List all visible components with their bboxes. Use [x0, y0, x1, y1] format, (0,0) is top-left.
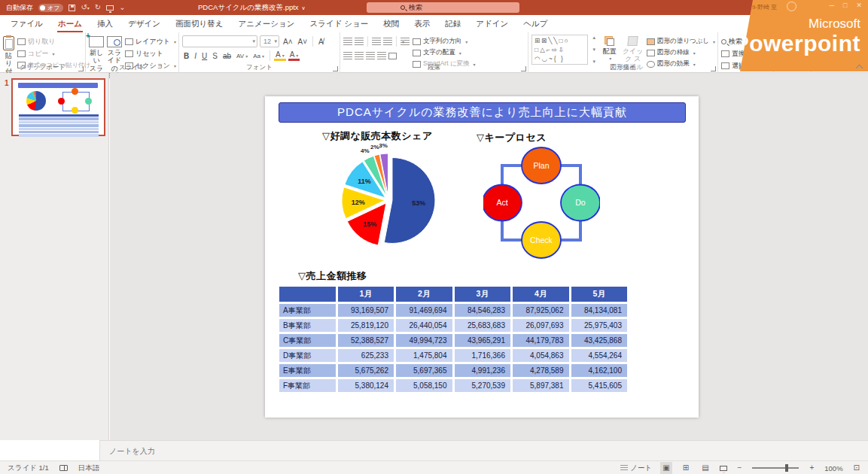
- align-text-button[interactable]: 文字の配置: [413, 48, 476, 57]
- arrange-button[interactable]: 配置: [600, 35, 619, 62]
- pdca-diagram[interactable]: PlanDoCheckAct: [483, 144, 600, 264]
- zoom-slider-thumb[interactable]: [785, 464, 788, 472]
- layout-button[interactable]: レイアウト: [125, 37, 176, 47]
- reset-button[interactable]: リセット: [125, 49, 176, 59]
- pie-label: 11%: [358, 178, 371, 185]
- table-value-cell: 49,994,723: [396, 334, 452, 347]
- align-left-icon[interactable]: [343, 52, 352, 59]
- bullets-icon[interactable]: [343, 38, 352, 45]
- ribbon-tab[interactable]: 記録: [437, 15, 468, 32]
- decrease-indent-icon[interactable]: [372, 38, 381, 45]
- font-dialog-launcher[interactable]: [333, 66, 338, 71]
- start-slideshow-icon[interactable]: [106, 5, 114, 11]
- ribbon-tab[interactable]: アニメーション: [230, 15, 302, 32]
- notes-toggle-button[interactable]: ノート: [620, 463, 652, 473]
- pie-label: 3%: [379, 142, 388, 149]
- ribbon-tab[interactable]: 校閲: [376, 15, 407, 32]
- shape-fill-button[interactable]: 図形の塗りつぶし: [647, 37, 715, 46]
- language-indicator[interactable]: 日本語: [78, 463, 100, 473]
- ribbon-tab[interactable]: 表示: [407, 15, 437, 32]
- italic-button[interactable]: I: [193, 52, 198, 60]
- paragraph-dialog-launcher[interactable]: [521, 66, 526, 71]
- table-header-cell: 4月: [513, 287, 569, 302]
- table-value-cell: 4,162,100: [571, 364, 628, 377]
- font-name-select[interactable]: [182, 35, 257, 47]
- increase-indent-icon[interactable]: [383, 38, 392, 45]
- process-heading[interactable]: ▽キープロセス: [477, 131, 547, 144]
- redo-icon[interactable]: ↻: [95, 0, 101, 15]
- avatar[interactable]: [787, 2, 796, 11]
- zoom-level[interactable]: 100%: [824, 464, 842, 472]
- ribbon-tab[interactable]: ホーム: [50, 15, 90, 32]
- shape-outline-button[interactable]: 図形の枠線: [647, 48, 715, 57]
- pie-label: 4%: [361, 147, 370, 154]
- decrease-font-icon[interactable]: A˅: [297, 38, 309, 46]
- customize-qat-icon[interactable]: ⌄: [119, 0, 125, 15]
- change-case-button[interactable]: Aa: [251, 53, 266, 59]
- align-center-icon[interactable]: [355, 52, 364, 59]
- fit-slide-icon[interactable]: ⊡: [851, 462, 862, 474]
- shapes-gallery[interactable]: ⊞⊠╲╲□○ □△⌐⇨⇩ ◠◡~{ }: [531, 35, 588, 65]
- document-title[interactable]: PDCAサイクルの業務改善.pptx∨: [198, 0, 306, 16]
- highlight-color-button[interactable]: A: [274, 50, 286, 61]
- table-value-cell: 4,054,863: [513, 349, 569, 362]
- ribbon-tab[interactable]: アドイン: [468, 15, 516, 32]
- close-icon[interactable]: ✕: [856, 2, 862, 9]
- notes-icon: [620, 465, 628, 471]
- ribbon-tab[interactable]: 挿入: [90, 15, 120, 32]
- ribbon-tab[interactable]: 画面切り替え: [168, 15, 231, 32]
- text-direction-button[interactable]: 文字列の方向: [413, 37, 476, 46]
- character-spacing-button[interactable]: AV: [235, 53, 249, 59]
- slide-title[interactable]: PDCAサイクルの業務改善により売上向上に大幅貢献: [279, 102, 686, 123]
- increase-font-icon[interactable]: A˄: [282, 38, 294, 46]
- font-size-select[interactable]: 12: [260, 35, 279, 47]
- sales-table[interactable]: 1月2月3月4月5月A事業部93,169,50791,469,69484,546…: [277, 284, 629, 394]
- justify-icon[interactable]: [377, 52, 386, 59]
- table-value-cell: 625,233: [338, 349, 394, 362]
- ribbon-tab[interactable]: スライド ショー: [302, 15, 376, 32]
- clear-formatting-icon[interactable]: A̸: [317, 38, 325, 46]
- clipboard-dialog-launcher[interactable]: [78, 66, 84, 71]
- save-icon[interactable]: [69, 5, 75, 11]
- pie-slice[interactable]: [384, 157, 435, 243]
- normal-view-icon[interactable]: ▣: [660, 462, 672, 474]
- line-spacing-icon[interactable]: [400, 38, 410, 45]
- numbering-icon[interactable]: [355, 38, 364, 45]
- copy-button[interactable]: コピー: [17, 49, 90, 59]
- slide[interactable]: PDCAサイクルの業務改善により売上向上に大幅貢献 ▽好調な販売本数シェア 53…: [265, 96, 699, 418]
- bold-button[interactable]: B: [182, 52, 190, 60]
- underline-button[interactable]: U: [200, 52, 209, 60]
- autosave-toggle[interactable]: オフ: [38, 4, 63, 12]
- ribbon-tab[interactable]: ヘルプ: [516, 15, 555, 32]
- undo-icon[interactable]: ↺▾: [81, 0, 89, 16]
- pie-chart[interactable]: 53%15%12%11%4%2%3%: [331, 138, 452, 254]
- pie-label: 2%: [370, 144, 379, 150]
- slideshow-view-icon[interactable]: [720, 466, 727, 471]
- drawing-dialog-launcher[interactable]: [711, 66, 716, 71]
- title-bar: 自動保存 オフ ↺▾ ↻ ⌄ PDCAサイクルの業務改善.pptx∨ 検索: [0, 0, 868, 15]
- search-input[interactable]: 検索: [367, 2, 519, 13]
- reading-view-icon[interactable]: ▤: [699, 462, 711, 474]
- ribbon-tab[interactable]: デザイン: [120, 15, 168, 32]
- columns-icon[interactable]: [388, 53, 397, 59]
- font-color-button[interactable]: A: [288, 50, 300, 61]
- table-heading[interactable]: ▽売上金額推移: [298, 269, 367, 283]
- zoom-slider[interactable]: [752, 467, 799, 469]
- text-shadow-button[interactable]: S: [211, 52, 219, 60]
- shapes-gallery-scroll[interactable]: ▲▼▼: [591, 35, 597, 65]
- accessibility-icon[interactable]: [59, 465, 68, 471]
- align-right-icon[interactable]: [366, 52, 375, 59]
- cut-button[interactable]: 切り取り: [17, 37, 90, 47]
- ribbon-tab[interactable]: ファイル: [3, 15, 50, 32]
- pie-label: 15%: [363, 220, 376, 228]
- notes-pane[interactable]: ノートを入力: [99, 440, 868, 460]
- table-value-cell: 1,475,804: [396, 349, 452, 362]
- zoom-out-icon[interactable]: −: [736, 462, 745, 474]
- slide-sorter-view-icon[interactable]: ⊞: [681, 462, 691, 474]
- slide-thumbnail[interactable]: [11, 78, 105, 136]
- strikethrough-button[interactable]: ab: [221, 52, 233, 60]
- zoom-in-icon[interactable]: +: [807, 462, 816, 474]
- maximize-icon[interactable]: □: [843, 2, 847, 9]
- thumbnail-slide-number: 1: [5, 79, 9, 87]
- minimize-icon[interactable]: ─: [830, 2, 834, 9]
